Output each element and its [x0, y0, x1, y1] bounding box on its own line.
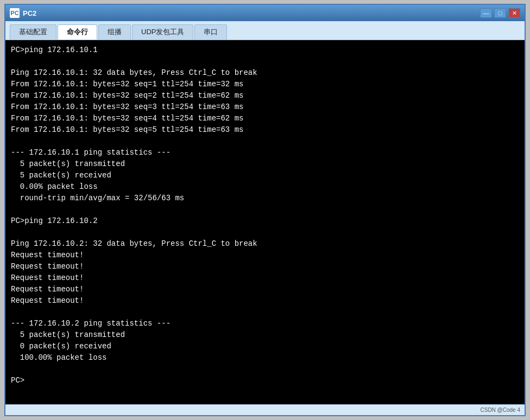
tab-udp-tool[interactable]: UDP发包工具: [132, 24, 193, 40]
minimize-button[interactable]: —: [480, 8, 492, 18]
title-bar: PC PC2 — □ ✕: [5, 5, 525, 21]
bottom-text: CSDN @Code 4: [480, 407, 520, 413]
app-icon: PC: [10, 8, 20, 18]
tab-command-line[interactable]: 命令行: [58, 24, 97, 40]
title-bar-left: PC PC2: [10, 8, 36, 18]
tab-multicast[interactable]: 组播: [98, 24, 131, 40]
tab-serial[interactable]: 串口: [194, 24, 227, 40]
terminal-area[interactable]: PC>ping 172.16.10.1 Ping 172.16.10.1: 32…: [5, 40, 525, 404]
close-button[interactable]: ✕: [508, 8, 520, 18]
window-title: PC2: [23, 9, 36, 17]
main-window: PC PC2 — □ ✕ 基础配置 命令行 组播 UDP发包工具 串口 PC>p…: [4, 4, 526, 416]
maximize-button[interactable]: □: [494, 8, 506, 18]
bottom-bar: CSDN @Code 4: [5, 404, 525, 415]
tab-bar: 基础配置 命令行 组播 UDP发包工具 串口: [5, 21, 525, 40]
title-buttons: — □ ✕: [480, 8, 520, 18]
tab-basic-config[interactable]: 基础配置: [10, 24, 56, 40]
terminal-output: PC>ping 172.16.10.1 Ping 172.16.10.1: 32…: [11, 44, 519, 386]
